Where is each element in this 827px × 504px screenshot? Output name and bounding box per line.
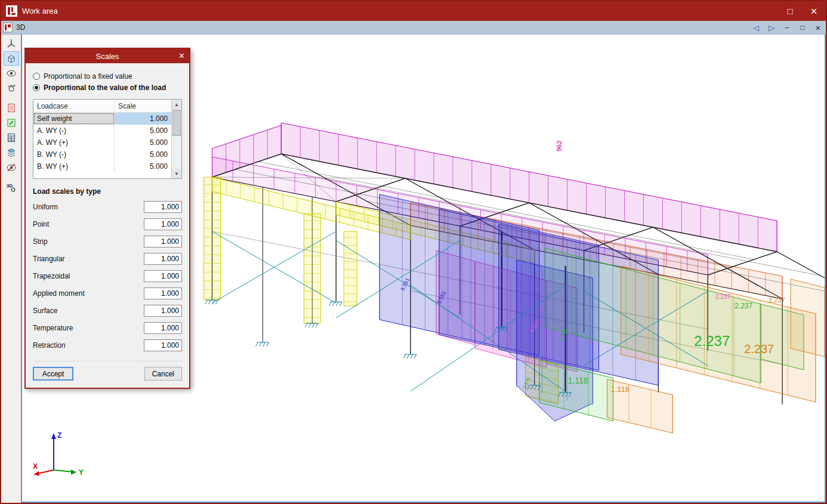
- load-value-label: 2.237: [769, 296, 785, 304]
- loadcase-scale-value[interactable]: 1.000: [115, 113, 171, 125]
- load-value-label: 2.237: [715, 293, 730, 300]
- table-scrollbar[interactable]: ▲ ▼: [171, 100, 181, 178]
- load-scale-row: Surface: [33, 302, 182, 319]
- axis-triad: Z X Y: [32, 431, 97, 484]
- load-value-label: 2.237: [744, 342, 774, 355]
- loadcase-row[interactable]: B. WY (+)5.000: [33, 160, 171, 172]
- scroll-down-icon[interactable]: ▼: [172, 169, 181, 178]
- restore-button[interactable]: □: [778, 1, 802, 21]
- 3d-options-tool-icon[interactable]: 3D: [4, 180, 19, 194]
- load-scale-label: Temperature: [33, 324, 73, 332]
- load-scale-input[interactable]: [144, 305, 182, 317]
- radio-circle-icon[interactable]: [33, 73, 40, 80]
- axes-tool-icon[interactable]: [4, 36, 19, 51]
- cancel-button[interactable]: Cancel: [144, 367, 182, 381]
- view-titlebar: 3D ◁ ▷ – □ ×: [1, 21, 826, 35]
- rotate-view-tool-icon[interactable]: [4, 81, 19, 95]
- app-logo-icon: [6, 5, 17, 17]
- load-scale-input[interactable]: [144, 253, 182, 265]
- tables-tool-icon[interactable]: [4, 131, 19, 145]
- load-value-label: 1.118: [568, 376, 588, 385]
- load-scale-row: Trapezoidal: [33, 267, 182, 285]
- load-scale-label: Point: [33, 220, 49, 228]
- loadcase-scale-value[interactable]: 5.000: [115, 137, 171, 149]
- loadcase-name[interactable]: A. WY (+): [33, 137, 115, 149]
- edit-tool-icon[interactable]: [4, 116, 19, 130]
- axis-y-label: Y: [79, 468, 84, 477]
- load-scale-label: Surface: [33, 307, 57, 315]
- load-scale-label: Trapezoidal: [33, 272, 70, 280]
- radio-fixed-value[interactable]: Proportional to a fixed value: [33, 72, 182, 81]
- layers-tool-icon[interactable]: [4, 146, 19, 160]
- loadcase-name[interactable]: Self weight: [33, 113, 115, 125]
- load-scale-input[interactable]: [144, 236, 182, 248]
- visibility-tool-icon[interactable]: [4, 66, 19, 81]
- dialog-buttons: Accept Cancel: [33, 361, 182, 381]
- orange-load-panels: [607, 266, 825, 433]
- orbit-cube-tool-icon[interactable]: [4, 51, 19, 66]
- load-scale-input[interactable]: [144, 201, 182, 213]
- scrollbar-thumb[interactable]: [172, 110, 181, 136]
- load-scale-input[interactable]: [144, 270, 182, 282]
- load-value-label: 962: [556, 141, 563, 151]
- hide-elements-tool-icon[interactable]: [4, 160, 19, 175]
- dialog-titlebar[interactable]: Scales ×: [26, 49, 189, 63]
- load-scales-list: UniformPointStripTriangularTrapezoidalAp…: [33, 198, 182, 354]
- view-minimize-button[interactable]: –: [779, 21, 795, 35]
- view-title: 3D: [16, 23, 25, 32]
- axis-x-label: X: [33, 462, 38, 471]
- view-restore-button[interactable]: □: [795, 21, 810, 35]
- load-scale-row: Retraction: [33, 336, 182, 354]
- view-close-button[interactable]: ×: [810, 21, 826, 35]
- report-tool-icon[interactable]: [4, 101, 19, 115]
- loadcase-row[interactable]: A. WY (-)5.000: [33, 125, 171, 137]
- load-value-label: 2.237: [694, 333, 730, 349]
- radio-dot-icon[interactable]: [33, 84, 40, 91]
- load-scale-input[interactable]: [144, 322, 182, 334]
- loadcase-scale-value[interactable]: 5.000: [115, 125, 171, 137]
- load-scale-label: Applied moment: [33, 289, 85, 298]
- radio-value-of-load-label: Proportional to the value of the load: [44, 84, 166, 92]
- load-scale-row: Uniform: [33, 198, 182, 215]
- loadcase-name[interactable]: B. WY (-): [33, 149, 115, 160]
- dialog-close-icon[interactable]: ×: [179, 49, 184, 63]
- loadcase-scale-value[interactable]: 5.000: [115, 160, 171, 172]
- close-button[interactable]: ×: [802, 1, 826, 21]
- accept-button[interactable]: Accept: [33, 367, 73, 381]
- scroll-up-icon[interactable]: ▲: [172, 100, 181, 109]
- load-scale-input[interactable]: [144, 339, 182, 351]
- previous-view-button[interactable]: ◁: [748, 21, 764, 35]
- load-scale-row: Applied moment: [33, 285, 182, 302]
- left-toolbar: 3D: [1, 35, 21, 503]
- next-view-button[interactable]: ▷: [764, 21, 779, 35]
- axis-z-label: Z: [57, 431, 61, 440]
- load-scale-input[interactable]: [144, 218, 182, 230]
- loadcase-name[interactable]: B. WY (+): [33, 160, 115, 172]
- loadcase-name[interactable]: A. WY (-): [33, 125, 115, 137]
- loadcase-row[interactable]: B. WY (-)5.000: [33, 149, 171, 160]
- drawing-canvas[interactable]: 9625.5515.5515.5515.5512.2372.2372.2372.…: [21, 35, 826, 503]
- window-title: Work area: [22, 7, 58, 16]
- svg-text:3D: 3D: [7, 183, 13, 188]
- load-scale-label: Uniform: [33, 203, 58, 211]
- scrollbar-track[interactable]: [172, 109, 181, 169]
- loadcase-table-body: Self weight1.000A. WY (-)5.000A. WY (+)5…: [33, 113, 171, 178]
- radio-fixed-value-label: Proportional to a fixed value: [44, 72, 132, 81]
- loadcase-scale-value[interactable]: 5.000: [115, 149, 171, 160]
- load-value-label: 2.237: [735, 302, 752, 310]
- load-scale-row: Triangular: [33, 250, 182, 267]
- view-logo-icon: [3, 23, 13, 32]
- load-scales-by-type-label: Load scales by type: [33, 187, 182, 196]
- loadcase-row[interactable]: A. WY (+)5.000: [33, 137, 171, 149]
- table-header: Loadcase Scale: [33, 100, 171, 113]
- work-area-window: Work area □ × 3D ◁ ▷ – □ ×: [0, 0, 827, 504]
- loadcase-row[interactable]: Self weight1.000: [33, 113, 171, 125]
- load-scale-label: Retraction: [33, 341, 66, 350]
- load-scale-input[interactable]: [144, 287, 182, 299]
- radio-value-of-load[interactable]: Proportional to the value of the load: [33, 84, 182, 92]
- loadcase-table: Loadcase Scale Self weight1.000A. WY (-)…: [33, 99, 182, 179]
- column-header-loadcase[interactable]: Loadcase: [33, 100, 115, 112]
- scales-dialog: Scales × Proportional to a fixed value P…: [24, 48, 190, 389]
- column-header-scale[interactable]: Scale: [115, 102, 171, 110]
- load-scale-row: Point: [33, 215, 182, 233]
